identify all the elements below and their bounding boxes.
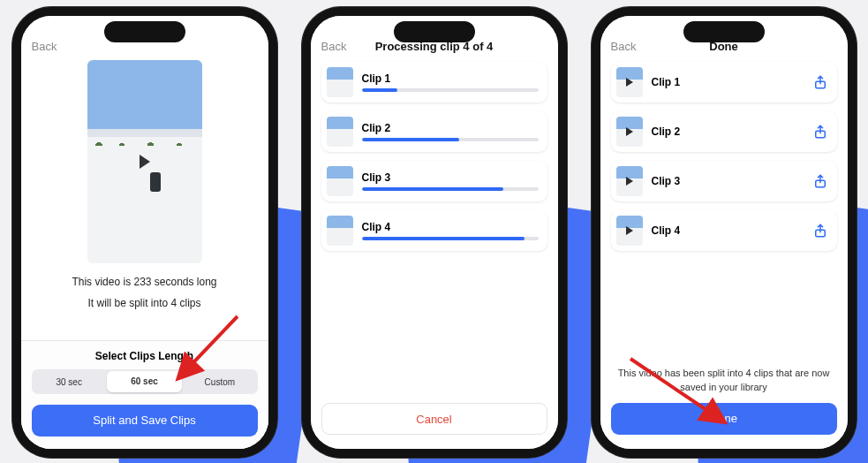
split-count-label: It will be split into 4 clips bbox=[87, 297, 200, 309]
share-icon[interactable] bbox=[812, 173, 828, 189]
clip-thumbnail[interactable] bbox=[616, 166, 643, 196]
clip-progress bbox=[362, 187, 539, 191]
clip-name: Clip 2 bbox=[362, 122, 539, 134]
play-icon bbox=[140, 155, 150, 169]
clip-thumbnail[interactable] bbox=[327, 67, 353, 97]
sheet-title: Select Clips Length bbox=[32, 350, 258, 362]
clip-progress bbox=[362, 88, 539, 92]
clip-progress bbox=[362, 138, 539, 141]
clip-name: Clip 4 bbox=[652, 224, 812, 237]
share-icon[interactable] bbox=[812, 124, 828, 140]
seg-custom[interactable]: Custom bbox=[182, 377, 257, 387]
phone-frame-2: Back Processing clip 4 of 4 Clip 1 Clip … bbox=[302, 7, 567, 458]
clip-name: Clip 1 bbox=[652, 76, 812, 88]
clip-row: Clip 3 bbox=[611, 161, 837, 201]
clip-thumbnail[interactable] bbox=[616, 117, 643, 147]
clip-thumbnail[interactable] bbox=[616, 216, 643, 246]
clip-list: Clip 1 Clip 2 Clip 3 bbox=[311, 57, 558, 256]
clip-thumbnail[interactable] bbox=[327, 117, 353, 147]
phone-frame-3: Back Done Clip 1 Clip 2 Clip 3 bbox=[592, 7, 857, 458]
phone-notch bbox=[394, 21, 475, 42]
phone-frame-1: Back This video is 233 seconds long It w… bbox=[12, 7, 277, 458]
clip-name: Clip 2 bbox=[652, 125, 812, 138]
clip-length-segmented[interactable]: 30 sec 60 sec Custom bbox=[32, 369, 258, 394]
clip-row: Clip 4 bbox=[321, 210, 547, 251]
clip-row: Clip 1 bbox=[321, 62, 547, 102]
clip-thumbnail[interactable] bbox=[327, 216, 353, 246]
seg-60sec[interactable]: 60 sec bbox=[107, 371, 182, 392]
play-icon bbox=[626, 177, 633, 186]
thumbnail-treeline bbox=[87, 125, 202, 146]
video-thumbnail[interactable] bbox=[87, 60, 202, 263]
clip-name: Clip 4 bbox=[362, 221, 539, 233]
clip-name: Clip 3 bbox=[362, 171, 539, 184]
clip-name: Clip 1 bbox=[362, 72, 539, 85]
clip-thumbnail[interactable] bbox=[616, 67, 643, 97]
share-icon[interactable] bbox=[812, 223, 828, 239]
clip-row: Clip 2 bbox=[321, 111, 547, 152]
phone-notch bbox=[104, 21, 185, 42]
thumbnail-person bbox=[150, 172, 161, 192]
clip-row: Clip 1 bbox=[611, 62, 837, 102]
seg-30sec[interactable]: 30 sec bbox=[32, 377, 107, 387]
clip-name: Clip 3 bbox=[652, 175, 812, 187]
clip-thumbnail[interactable] bbox=[327, 166, 353, 196]
phone-notch bbox=[683, 21, 765, 42]
play-icon bbox=[626, 78, 633, 87]
back-button[interactable]: Back bbox=[32, 40, 57, 53]
play-icon bbox=[626, 226, 633, 235]
cancel-button[interactable]: Cancel bbox=[321, 403, 547, 435]
clip-row: Clip 3 bbox=[321, 161, 547, 201]
share-icon[interactable] bbox=[812, 74, 828, 90]
clip-progress bbox=[362, 237, 539, 240]
split-save-button[interactable]: Split and Save Clips bbox=[32, 405, 258, 436]
done-button[interactable]: Done bbox=[611, 403, 837, 435]
clip-list: Clip 1 Clip 2 Clip 3 Clip 4 bbox=[600, 57, 848, 256]
done-message: This video has been split into 4 clips t… bbox=[600, 367, 848, 394]
play-icon bbox=[626, 127, 633, 136]
clip-row: Clip 2 bbox=[611, 111, 837, 152]
clip-row: Clip 4 bbox=[611, 210, 837, 251]
options-sheet: Select Clips Length 30 sec 60 sec Custom… bbox=[21, 340, 268, 449]
video-length-label: This video is 233 seconds long bbox=[72, 276, 216, 288]
